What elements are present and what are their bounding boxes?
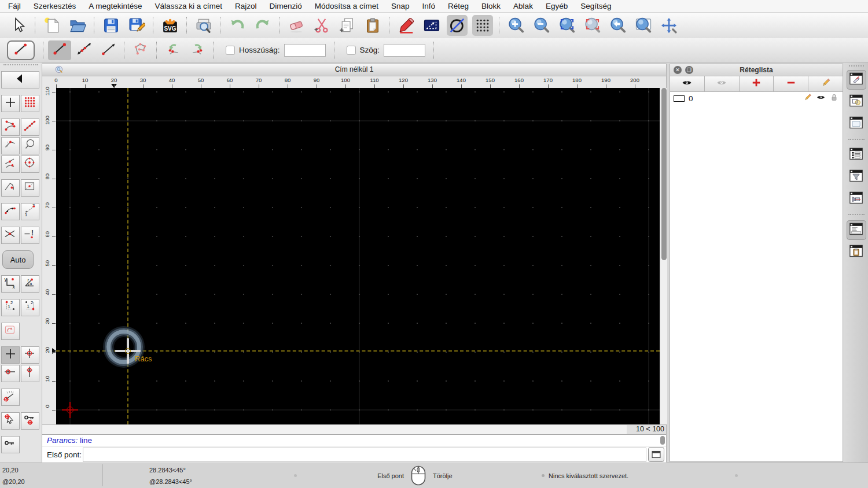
- export-svg-button[interactable]: SVG: [160, 15, 181, 36]
- menu-seg-ts-g[interactable]: Segítség: [580, 2, 611, 10]
- undo-button[interactable]: [227, 15, 248, 36]
- menu-r-teg[interactable]: Réteg: [448, 2, 469, 10]
- coordinate-polar-button[interactable]: ra: [21, 275, 39, 293]
- lock-icon[interactable]: [826, 93, 839, 104]
- restrict-vertical-button[interactable]: [21, 365, 39, 382]
- toggle-layer-list-button[interactable]: [847, 70, 866, 90]
- snap-auto-button[interactable]: Auto: [2, 250, 34, 269]
- line-two-points-button[interactable]: [48, 40, 71, 60]
- save-as-button[interactable]: [126, 15, 147, 36]
- menu-dimenzi-[interactable]: Dimenzió: [269, 2, 301, 10]
- menu-ablak[interactable]: Ablak: [513, 2, 533, 10]
- paste-button[interactable]: [362, 15, 383, 36]
- line-infinite-button[interactable]: [72, 40, 95, 60]
- menu-egy-b[interactable]: Egyéb: [546, 2, 568, 10]
- pen-button[interactable]: [396, 15, 417, 36]
- restrict-horizontal-button[interactable]: [1, 365, 20, 382]
- snap-intersection-button[interactable]: [1, 227, 20, 244]
- unlock-relative-zero-button[interactable]: [1, 436, 20, 453]
- vertical-scrollbar[interactable]: [660, 88, 667, 424]
- restrict-orthogonal-button[interactable]: [21, 179, 39, 197]
- snap-grid-button[interactable]: [21, 95, 39, 112]
- snap-entity-select-button[interactable]: [21, 137, 39, 154]
- menu-rajzol[interactable]: Rajzol: [235, 2, 257, 10]
- dock-strip-drag-handle[interactable]: [849, 65, 864, 66]
- drawing-canvas[interactable]: Rács: [56, 88, 660, 424]
- snap-distance-button[interactable]: [1, 203, 20, 220]
- corner-point-2-button[interactable]: 12: [21, 299, 39, 316]
- zoom-auto-button[interactable]: [557, 15, 578, 36]
- print-preview-button[interactable]: [193, 15, 214, 36]
- draft-mode-button[interactable]: [447, 15, 468, 36]
- zoom-previous-button[interactable]: [608, 15, 628, 36]
- toggle-library-browser-button[interactable]: [847, 114, 866, 134]
- drawing-window-titlebar[interactable]: Cím nélkül 1: [42, 64, 666, 76]
- angle-input[interactable]: [384, 44, 425, 57]
- snap-angle-button[interactable]: [1, 389, 20, 406]
- command-history-scrollbar[interactable]: [660, 436, 665, 445]
- zoom-window-button[interactable]: [633, 15, 654, 36]
- layer-row[interactable]: 0: [670, 92, 843, 105]
- zoom-in-button[interactable]: [506, 15, 527, 36]
- snap-free-button[interactable]: [1, 95, 20, 112]
- corner-point-1-button[interactable]: 12: [1, 299, 20, 316]
- new-drawing-button[interactable]: [42, 15, 62, 36]
- selection-button[interactable]: [421, 15, 442, 36]
- snap-center-button[interactable]: [21, 156, 39, 173]
- open-drawing-button[interactable]: [67, 15, 88, 36]
- length-checkbox[interactable]: [226, 46, 235, 55]
- snap-middle-button[interactable]: [1, 137, 20, 154]
- delete-button[interactable]: [286, 15, 307, 36]
- menu-szerkeszt-s[interactable]: Szerkesztés: [34, 2, 76, 10]
- angle-checkbox[interactable]: [347, 46, 356, 55]
- snap-endpoints-button[interactable]: [1, 119, 20, 136]
- redo-segment-button[interactable]: [186, 40, 209, 60]
- grid-toggle-button[interactable]: [472, 15, 493, 36]
- menu-a-megtekint-se[interactable]: A megtekintése: [89, 2, 142, 10]
- line-ray-button[interactable]: [97, 40, 120, 60]
- toggle-clipboard-button[interactable]: [847, 242, 866, 262]
- menu-inf-[interactable]: Infó: [422, 2, 436, 10]
- zoom-out-button[interactable]: [531, 15, 552, 36]
- undo-segment-button[interactable]: [161, 40, 185, 60]
- length-input[interactable]: [284, 44, 326, 57]
- snap-back-button[interactable]: [1, 71, 39, 88]
- horizontal-scrollbar[interactable]: 10 < 100: [42, 424, 666, 434]
- menu-v-lassza-ki-a-c-met[interactable]: Válassza ki a címet: [155, 2, 222, 10]
- add-layer-button[interactable]: [740, 76, 774, 91]
- polyline-button[interactable]: [129, 40, 152, 60]
- pan-button[interactable]: [659, 15, 679, 36]
- pencil-icon[interactable]: [799, 93, 812, 104]
- toggle-command-widget-button[interactable]: [847, 220, 866, 240]
- zoom-selection-button[interactable]: [582, 15, 603, 36]
- snap-tangent-button[interactable]: [1, 156, 20, 173]
- toggle-entity-filter-button[interactable]: [847, 167, 866, 187]
- snap-distance-manual-button[interactable]: 12: [21, 203, 39, 220]
- redo-button[interactable]: [252, 15, 273, 36]
- menu-snap[interactable]: Snap: [391, 2, 410, 10]
- lock-relative-zero-button[interactable]: [21, 412, 39, 430]
- menu-f-jl[interactable]: Fájl: [8, 2, 21, 10]
- remove-layer-button[interactable]: [774, 76, 808, 91]
- restrict-nothing-button[interactable]: [1, 346, 20, 364]
- pick-relative-zero-button[interactable]: [1, 412, 20, 430]
- copy-button[interactable]: [337, 15, 358, 36]
- toggle-entity-list-button[interactable]: [847, 145, 866, 165]
- set-relative-zero-button[interactable]: [1, 323, 20, 340]
- edit-layer-button[interactable]: [808, 76, 843, 91]
- toggle-named-views-button[interactable]: [847, 189, 866, 209]
- eye-icon[interactable]: [812, 93, 826, 104]
- show-all-layers-button[interactable]: [670, 76, 705, 91]
- coordinate-cartesian-button[interactable]: yx: [1, 275, 20, 293]
- save-button[interactable]: [101, 15, 122, 36]
- snap-points-button[interactable]: [21, 119, 39, 136]
- snap-on-entity-button[interactable]: [1, 179, 20, 197]
- snap-intersection-manual-button[interactable]: !: [21, 227, 39, 244]
- vertical-scrollbar-thumb[interactable]: [661, 88, 667, 260]
- menu-m-dos-tsa-a-c-met[interactable]: Módosítsa a címet: [315, 2, 378, 10]
- menu-blokk[interactable]: Blokk: [481, 2, 501, 10]
- sidebar-drag-handle[interactable]: [3, 64, 38, 70]
- cut-button[interactable]: [311, 15, 332, 36]
- layer-panel-titlebar[interactable]: ✕ ❐ Réteglista: [670, 64, 843, 76]
- detach-command-window-button[interactable]: [648, 447, 664, 462]
